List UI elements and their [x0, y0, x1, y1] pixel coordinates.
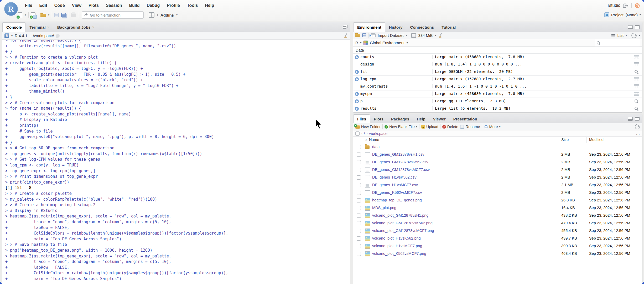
sign-out-icon[interactable] [623, 3, 629, 8]
menu-item[interactable]: Build [129, 3, 139, 8]
menu-item[interactable]: Plots [89, 3, 99, 8]
minimize-pane-icon[interactable] [628, 25, 633, 29]
file-name-link[interactable]: volcano_plot_K562vsMCF7.png [372, 251, 426, 256]
pane-layout-caret[interactable]: ▾ [157, 14, 158, 16]
file-checkbox[interactable] [357, 145, 361, 149]
menu-item[interactable]: Code [54, 3, 65, 8]
print-icon[interactable] [71, 13, 76, 17]
breadcrumb-path[interactable]: workspace [369, 131, 387, 136]
delete-button[interactable]: ✕ Delete [442, 125, 458, 129]
clear-objects-icon[interactable] [438, 33, 443, 38]
files-tab[interactable]: Files [353, 114, 370, 124]
environment-object-row[interactable]: counts Large matrix (458680 elements, 7.… [353, 53, 642, 61]
list-view-caret[interactable]: ▾ [626, 34, 627, 37]
environment-tab[interactable]: History [385, 22, 407, 32]
object-view-icon[interactable] [634, 99, 639, 103]
clear-console-icon[interactable] [343, 33, 348, 38]
close-tab-icon[interactable]: × [48, 25, 50, 29]
file-row[interactable]: MDS_plot.png 16.4 KB Sep 23, 2024, 12:56… [353, 204, 642, 212]
file-row[interactable]: data [353, 143, 642, 151]
file-name-link[interactable]: volcano_plot_H1vsK562.png [372, 236, 421, 240]
object-view-icon[interactable] [634, 62, 639, 67]
file-name-link[interactable]: volcano_plot_GM12878vsK562.png [372, 221, 433, 225]
file-row[interactable]: volcano_plot_GM12878vsK562.png 479.4 KB … [353, 220, 642, 227]
object-view-icon[interactable] [634, 55, 639, 59]
more-button[interactable]: More ▾ [484, 125, 501, 129]
environment-object-row[interactable]: results Large list (6 elements, 13.3 MB) [353, 105, 642, 113]
console-tab[interactable]: Console × [2, 22, 26, 32]
rename-button[interactable]: Rename [460, 125, 480, 129]
file-checkbox[interactable] [357, 214, 361, 218]
object-view-icon[interactable] [634, 92, 639, 96]
environment-search-input[interactable] [601, 40, 639, 46]
files-tab[interactable]: Plots [370, 114, 387, 123]
environment-object-row[interactable]: my.contrasts num [1:4, 1:6] 1 -1 0 0 1 0… [353, 83, 642, 90]
file-name-link[interactable]: volcano_plot_H1vsMCF7.png [372, 244, 422, 248]
files-tab[interactable]: Viewer [429, 114, 450, 123]
file-row[interactable]: DE_genes_K562vsMCF7.csv 2 MB Sep 23, 202… [353, 189, 642, 197]
memory-usage-label[interactable]: 334 MiB [418, 33, 433, 38]
close-tab-icon[interactable]: × [92, 25, 94, 29]
upload-button[interactable]: Upload [421, 125, 438, 129]
file-name-link[interactable]: data [372, 145, 380, 149]
file-name-link[interactable]: volcano_plot_GM12878vsH1.png [372, 213, 428, 217]
r-session-icon[interactable]: R [4, 33, 9, 38]
new-folder-button[interactable]: New Folder [355, 125, 381, 129]
file-row[interactable]: volcano_plot_H1vsMCF7.png 390.3 KB Sep 2… [353, 242, 642, 250]
open-file-dropdown-caret[interactable]: ▾ [48, 14, 49, 16]
working-directory-label[interactable]: /workspace/ [33, 33, 54, 38]
new-project-icon[interactable]: + [31, 12, 35, 18]
addins-button[interactable]: Addins [160, 13, 174, 17]
expand-object-icon[interactable] [355, 70, 359, 74]
file-row[interactable]: volcano_plot_GM12878vsMCF7.png 455.4 KB … [353, 227, 642, 235]
new-blank-file-button[interactable]: + New Blank File ▾ [385, 125, 417, 129]
file-row[interactable]: volcano_plot_GM12878vsH1.png 438.2 KB Se… [353, 212, 642, 220]
column-name[interactable]: Name [369, 138, 379, 142]
goto-file-input[interactable] [82, 11, 144, 19]
memory-usage-caret[interactable]: ▾ [435, 34, 436, 37]
save-icon[interactable] [54, 13, 59, 17]
file-name-link[interactable]: heatmap_top_DE_genes.png [372, 198, 422, 202]
object-view-icon[interactable] [634, 77, 639, 81]
console-output[interactable]: > for (name in names(results)) {+ write.… [2, 40, 350, 284]
console-tab[interactable]: Background Jobs × [54, 22, 98, 32]
file-checkbox[interactable] [357, 168, 361, 172]
expand-object-icon[interactable] [355, 99, 359, 103]
file-row[interactable]: DE_genes_GM12878vsMCF7.csv 2 MB Sep 23, … [353, 166, 642, 174]
column-size[interactable]: Size [561, 138, 569, 142]
file-checkbox[interactable] [357, 160, 361, 164]
file-checkbox[interactable] [357, 244, 361, 248]
file-name-link[interactable]: DE_genes_H1vsK562.csv [372, 175, 416, 179]
addins-caret[interactable]: ▾ [176, 14, 178, 16]
file-checkbox[interactable] [357, 175, 361, 180]
new-file-icon[interactable]: + [18, 12, 22, 18]
file-checkbox[interactable] [357, 183, 361, 187]
maximize-pane-icon[interactable] [343, 25, 347, 29]
environment-object-row[interactable]: mycpm Large matrix (458680 elements, 7.8… [353, 90, 642, 98]
files-tab[interactable]: Presentation [450, 114, 481, 123]
environment-object-row[interactable]: design num [1:8, 1:4] 1 1 0 0 0 0 0 0 0 … [353, 61, 642, 68]
environment-object-row[interactable]: log_cpm Large matrix (157680 elements, 2… [353, 75, 642, 83]
menu-item[interactable]: Tools [187, 3, 198, 8]
breadcrumb-root[interactable]: / [364, 131, 365, 136]
menu-item[interactable]: View [72, 3, 81, 8]
file-name-link[interactable]: DE_genes_H1vsMCF7.csv [372, 183, 418, 187]
environment-tab[interactable]: Connections [406, 22, 438, 32]
file-name-link[interactable]: DE_genes_K562vsMCF7.csv [372, 190, 422, 195]
files-tab[interactable]: Help [413, 114, 429, 123]
environment-tab[interactable]: Environment [353, 22, 385, 32]
expand-object-icon[interactable] [355, 92, 359, 96]
load-workspace-icon[interactable] [355, 34, 360, 37]
file-name-link[interactable]: volcano_plot_GM12878vsMCF7.png [372, 229, 434, 233]
import-dataset-caret[interactable]: ▾ [406, 34, 407, 37]
environment-scope-selector[interactable]: Global Environment [370, 40, 404, 45]
column-modified[interactable]: Modified [589, 138, 604, 142]
file-checkbox[interactable] [357, 221, 361, 225]
maximize-pane-icon[interactable] [635, 25, 640, 29]
language-caret[interactable]: ▾ [360, 42, 361, 44]
import-dataset-button[interactable]: Import Dataset [378, 33, 403, 38]
sort-asc-icon[interactable]: ▲ [365, 138, 367, 141]
refresh-files-icon[interactable] [634, 123, 641, 130]
menu-item[interactable]: Edit [39, 3, 47, 8]
console-tab[interactable]: Terminal × [26, 22, 54, 32]
